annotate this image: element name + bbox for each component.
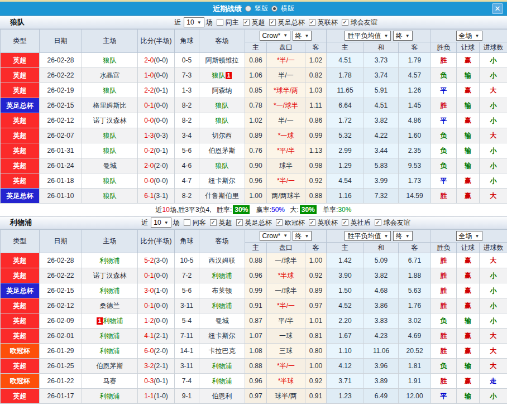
result-cell: 胜 bbox=[431, 268, 457, 283]
away-odds-cell: 0.92 bbox=[305, 268, 327, 283]
horizontal-layout-label[interactable]: 横版 bbox=[281, 4, 294, 13]
result-cell-value: 胜 bbox=[441, 257, 447, 264]
league-filter-label[interactable]: 球会友谊 bbox=[384, 218, 410, 228]
mean-draw-cell: 4.22 bbox=[364, 128, 399, 143]
handicap-cell: *一/球半 bbox=[267, 98, 305, 113]
league-filter-label[interactable]: 英足总杯 bbox=[245, 218, 272, 228]
col-away: 客场 bbox=[199, 30, 245, 53]
result-cell-value: 负 bbox=[441, 71, 447, 79]
away-team-name: 纽卡斯尔 bbox=[209, 177, 236, 185]
league-filter-checkbox[interactable]: ✓ bbox=[342, 19, 348, 26]
handicap-value: *半/一 bbox=[277, 362, 295, 370]
mean-select[interactable]: 胜平负均值▼ bbox=[345, 231, 391, 241]
handicap-cell: *一球 bbox=[267, 128, 305, 143]
odds-company-select[interactable]: Crow*▼ bbox=[260, 31, 291, 41]
date-cell: 26-02-15 bbox=[40, 283, 82, 298]
col-handicap-result: 让球 bbox=[457, 42, 480, 53]
league-filter-checkbox[interactable]: ✓ bbox=[276, 219, 283, 226]
handicap-result-cell: 输 bbox=[457, 158, 480, 173]
goals-result-cell-value: 大 bbox=[490, 86, 497, 94]
league-filter-checkbox[interactable]: ✓ bbox=[309, 19, 315, 26]
team-name: 狼队 bbox=[0, 17, 84, 27]
table-row: 英超26-02-12桑德兰0-1(0-0)3-11利物浦0.91*半/一0.97… bbox=[1, 298, 507, 313]
league-filter-checkbox[interactable]: ✓ bbox=[210, 219, 217, 226]
corner-cell: 5-4 bbox=[175, 313, 199, 329]
league-filter-label[interactable]: 英超 bbox=[219, 218, 232, 228]
mean-final-select[interactable]: 终▼ bbox=[393, 31, 413, 41]
venue-filter-checkbox[interactable] bbox=[217, 19, 223, 26]
vertical-layout-radio[interactable] bbox=[245, 6, 251, 12]
league-filter-checkbox[interactable]: ✓ bbox=[309, 219, 315, 226]
league-filter-checkbox[interactable]: ✓ bbox=[269, 19, 276, 26]
half-time-score: (2-1) bbox=[154, 332, 168, 340]
league-filter-checkbox[interactable]: ✓ bbox=[243, 19, 250, 26]
league-filter-checkbox[interactable]: ✓ bbox=[236, 219, 243, 226]
league-badge: 英足总杯 bbox=[1, 98, 39, 113]
league-filter-label[interactable]: 球会友谊 bbox=[351, 18, 377, 27]
home-odds-cell: 0.97 bbox=[245, 389, 267, 404]
league-filter-checkbox[interactable]: ✓ bbox=[342, 219, 348, 226]
league-filter-label[interactable]: 英联杯 bbox=[318, 218, 338, 228]
odds-final-select[interactable]: 终▼ bbox=[293, 31, 312, 41]
mean-select[interactable]: 胜平负均值▼ bbox=[345, 31, 391, 41]
goals-result-cell-value: 大 bbox=[490, 192, 497, 200]
away-odds-cell: 0.91 bbox=[305, 389, 327, 404]
half-time-score: (1-0) bbox=[154, 392, 168, 400]
handicap-result-cell: 赢 bbox=[457, 298, 480, 313]
full-time-score: 0-1 bbox=[144, 272, 154, 279]
half-time-score: (0-0) bbox=[154, 302, 168, 310]
away-team-name: 纽卡斯尔 bbox=[209, 332, 236, 340]
games-count-select[interactable]: 10▼ bbox=[184, 17, 204, 27]
venue-filter-label[interactable]: 同客 bbox=[193, 218, 206, 228]
result-cell: 胜 bbox=[431, 298, 457, 313]
chevron-down-icon: ▼ bbox=[283, 233, 288, 238]
league-cell: 英超 bbox=[1, 173, 40, 189]
handicap-result-cell-value: 输 bbox=[465, 362, 471, 370]
away-team-cell: 利物浦 bbox=[199, 268, 245, 283]
close-button[interactable]: ✕ bbox=[492, 3, 503, 14]
games-count-select[interactable]: 10▼ bbox=[151, 218, 171, 228]
table-row: 英足总杯26-02-15格里姆斯比0-1(0-0)8-2狼队0.78*一/球半1… bbox=[1, 98, 507, 113]
col-odds-away: 客 bbox=[305, 42, 327, 53]
league-filter-label[interactable]: 英社盾 bbox=[351, 218, 371, 228]
odds-company-select[interactable]: Crow*▼ bbox=[260, 231, 291, 241]
full-match-select[interactable]: 全场▼ bbox=[456, 31, 482, 41]
date-cell: 26-02-28 bbox=[40, 53, 82, 68]
score-cell: 0-3(0-1) bbox=[138, 374, 175, 389]
check-icon: ✓ bbox=[276, 220, 282, 225]
venue-filter-label[interactable]: 同主 bbox=[226, 18, 239, 27]
league-filter-label[interactable]: 欧冠杯 bbox=[285, 218, 305, 228]
league-filter-label[interactable]: 英联杯 bbox=[318, 18, 338, 27]
corner-cell: 5-6 bbox=[175, 143, 199, 158]
league-filter-label[interactable]: 英足总杯 bbox=[278, 18, 305, 27]
home-team-cell: 诺丁汉森林 bbox=[82, 268, 138, 283]
full-match-select[interactable]: 全场▼ bbox=[456, 231, 482, 241]
away-team-cell: 什鲁斯伯里 bbox=[199, 189, 245, 204]
check-icon: ✓ bbox=[342, 20, 348, 25]
handicap-result-cell: 赢 bbox=[457, 329, 480, 344]
vertical-layout-label[interactable]: 竖版 bbox=[255, 4, 268, 13]
league-filter-checkbox[interactable]: ✓ bbox=[375, 219, 381, 226]
home-team-cell: 曼城 bbox=[82, 158, 138, 173]
corner-cell: 7-11 bbox=[175, 329, 199, 344]
date-cell: 26-02-12 bbox=[40, 113, 82, 128]
home-odds-cell: 1.00 bbox=[245, 189, 267, 204]
handicap-result-cell-value: 输 bbox=[465, 162, 471, 170]
mean-draw-cell: 3.83 bbox=[364, 313, 399, 329]
mean-away-cell: 2.35 bbox=[399, 143, 431, 158]
league-badge: 英超 bbox=[1, 253, 39, 268]
corner-cell: 4-6 bbox=[175, 158, 199, 173]
col-goals: 进球数 bbox=[480, 42, 507, 53]
near-label: 近 bbox=[174, 18, 181, 27]
venue-filter-checkbox[interactable] bbox=[184, 219, 190, 226]
goals-result-cell-value: 走 bbox=[490, 377, 497, 385]
league-badge: 英超 bbox=[1, 268, 39, 283]
horizontal-layout-radio[interactable] bbox=[271, 6, 278, 12]
col-mean-home: 主 bbox=[327, 243, 364, 253]
goals-result-cell-value: 小 bbox=[490, 56, 497, 64]
mean-final-select[interactable]: 终▼ bbox=[393, 231, 413, 241]
odds-final-select[interactable]: 终▼ bbox=[293, 231, 312, 241]
half-time-score: (0-1) bbox=[154, 147, 168, 155]
league-filter-label[interactable]: 英超 bbox=[252, 18, 265, 27]
league-badge: 英足总杯 bbox=[1, 189, 39, 203]
